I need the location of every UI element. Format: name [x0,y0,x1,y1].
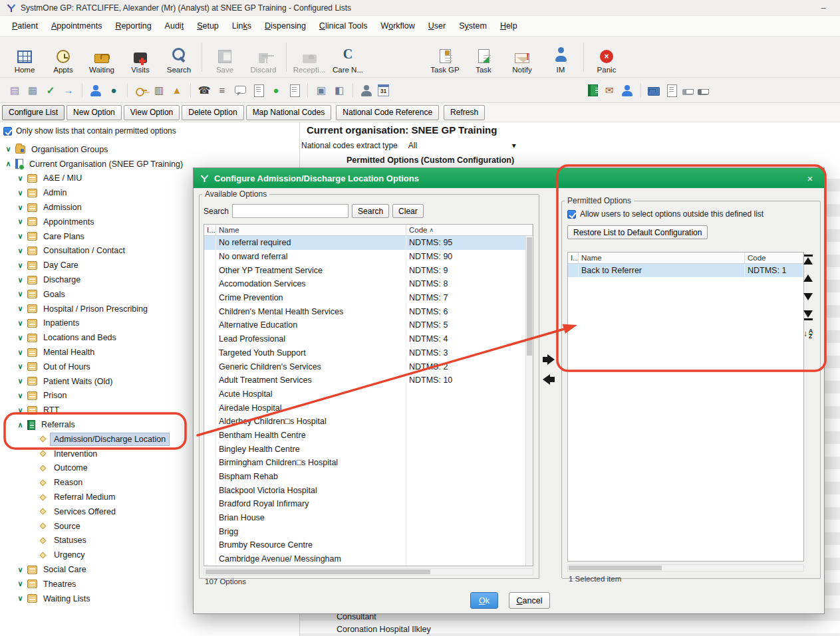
ledger-icon[interactable]: ▦ [26,84,39,97]
window-split-icon[interactable]: ◧ [333,84,346,97]
visits-button[interactable]: Visits [121,39,160,76]
tree-item[interactable]: ∨ Organisation Groups [0,142,299,157]
Crime Prevention[interactable]: Crime Prevention NDTMS: 7 [204,291,533,305]
menu-patient[interactable]: Patient [5,19,45,33]
Cambridge Avenue/ Messingham[interactable]: Cambridge Avenue/ Messingham [204,552,533,566]
appts-button[interactable]: Appts [44,39,82,76]
im-button[interactable]: IM [541,39,580,76]
chevron-icon[interactable]: ∨ [16,580,25,588]
status-dot-icon[interactable]: ● [269,84,283,97]
save-button[interactable]: Save [206,39,244,76]
menu-reporting[interactable]: Reporting [108,19,158,33]
menu-user[interactable]: User [422,19,452,33]
national-code-reference-button[interactable]: National Code Reference [336,105,439,120]
speech-bubble-icon[interactable] [233,84,247,97]
chevron-icon[interactable]: ∨ [16,217,25,226]
documents-icon[interactable]: ▤ [8,84,21,97]
add-person-icon[interactable] [89,84,102,97]
column-initials[interactable]: I... [204,225,216,235]
chevron-icon[interactable]: ∨ [16,261,25,270]
configure-list-button[interactable]: Configure List [2,105,65,120]
home-button[interactable]: Home [5,39,44,76]
scrollbar-thumb[interactable] [206,570,430,574]
chevron-icon[interactable]: ∨ [16,276,25,284]
phone-icon[interactable]: ☎ [198,84,211,97]
Alderhey Children□s Hospital[interactable]: Alderhey Children□s Hospital [204,415,533,429]
remove-option-button[interactable] [541,371,557,387]
dialog-search-button[interactable]: Search [352,204,389,218]
No referral required[interactable]: No referral required NDTMS: 95 [204,236,533,250]
clipboard-icon[interactable] [664,84,678,97]
document-icon[interactable] [251,84,265,97]
Children's Mental Health Services[interactable]: Children's Mental Health Services NDTMS:… [204,304,533,318]
panic-button[interactable]: × Panic [587,39,626,76]
task-button[interactable]: Task [464,39,503,76]
chevron-icon[interactable]: ∨ [16,334,25,342]
Back to Referrer[interactable]: Back to Referrer NDTMS: 1 [568,264,803,277]
chevron-icon[interactable]: ∨ [16,348,25,357]
Bentham Health Centre[interactable]: Bentham Health Centre [204,429,533,443]
scrollbar-thumb[interactable] [569,566,662,570]
Birmingham Children□s Hospital[interactable]: Birmingham Children□s Hospital [204,456,533,470]
menu-appointments[interactable]: Appointments [45,19,108,33]
Alternative Education[interactable]: Alternative Education NDTMS: 5 [204,318,533,332]
notebook-icon[interactable] [588,84,598,96]
chevron-icon[interactable]: ∧ [4,159,13,168]
delete-option-button[interactable]: Delete Option [182,105,243,120]
Bingley Health Centre[interactable]: Bingley Health Centre [204,442,533,456]
search-button[interactable]: Search [160,39,198,76]
move-up-button[interactable] [800,270,816,285]
add-option-button[interactable] [541,352,557,368]
confirm-check-icon[interactable]: ✓ [44,84,57,97]
discard-button[interactable]: Discard [244,39,283,76]
printer-2-icon[interactable] [698,89,708,95]
menu-links[interactable]: Links [225,19,258,33]
mail-icon[interactable]: ✉ [603,84,616,97]
task-gp-button[interactable]: Task GP [426,39,464,76]
Airedale Hospital[interactable]: Airedale Hospital [204,401,533,415]
move-down-button[interactable] [800,289,816,304]
Bispham Rehab[interactable]: Bispham Rehab [204,470,533,484]
user-status-icon[interactable] [621,84,634,97]
allow-outside-checkbox[interactable] [567,210,576,219]
national-codes-extract-select[interactable]: All ▾ [403,140,521,152]
menu-help[interactable]: Help [493,19,524,33]
column-code[interactable]: Code∧ [406,225,533,235]
chevron-icon[interactable]: ∨ [16,304,25,313]
vertical-scrollbar[interactable] [525,236,533,566]
horizontal-scrollbar[interactable] [567,564,804,572]
waiting-button[interactable]: Waiting [82,39,121,76]
Brian House[interactable]: Brian House [204,511,533,525]
chart-icon[interactable]: ▲ [170,84,184,97]
Generic Children's Services[interactable]: Generic Children's Services NDTMS: 2 [204,360,533,373]
column-name[interactable]: Name [579,253,745,263]
cancel-button[interactable]: Cancel [509,592,550,609]
Targeted Youth Support[interactable]: Targeted Youth Support NDTMS: 3 [204,346,533,360]
restore-default-button[interactable]: Restore List to Default Configuration [567,225,708,239]
menu-dispensing[interactable]: Dispensing [258,19,313,33]
chevron-icon[interactable]: ∨ [16,247,25,255]
column-initials[interactable]: I... [568,253,579,263]
map-national-codes-button[interactable]: Map National Codes [246,105,332,120]
sort-alphabetical-button[interactable]: ↓ AZ [800,326,816,341]
menu-workflow[interactable]: Workflow [374,19,422,33]
chevron-icon[interactable]: ∨ [16,594,25,603]
Accomodation Services[interactable]: Accomodation Services NDTMS: 8 [204,277,533,291]
chevron-icon[interactable]: ∨ [16,391,25,400]
list-icon[interactable]: ≡ [215,84,229,97]
chevron-icon[interactable]: ∨ [16,406,25,415]
menu-clinical-tools[interactable]: Clinical Tools [313,19,374,33]
close-icon[interactable]: × [803,173,817,184]
chevron-icon[interactable]: ∨ [16,362,25,371]
move-to-bottom-button[interactable] [800,308,816,322]
notify-button[interactable]: Notify [503,39,541,76]
window-icon[interactable]: ▣ [315,84,328,97]
chevron-icon[interactable]: ∨ [16,566,25,574]
filter-checkbox[interactable] [3,127,12,136]
refresh-button[interactable]: Refresh [444,105,485,120]
chevron-icon[interactable]: ∨ [16,232,25,241]
view-option-button[interactable]: View Option [124,105,180,120]
Acute Hospital[interactable]: Acute Hospital [204,387,533,401]
available-search-input[interactable] [232,204,349,218]
scrollbar-thumb[interactable] [527,237,532,356]
